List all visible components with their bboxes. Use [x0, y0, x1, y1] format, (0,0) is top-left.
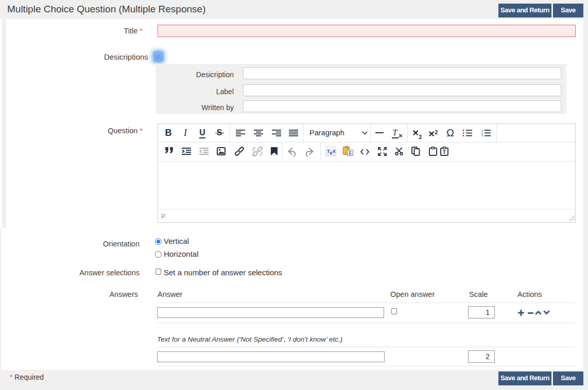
svg-text:T: T [443, 150, 446, 155]
svg-text:3: 3 [481, 134, 483, 136]
